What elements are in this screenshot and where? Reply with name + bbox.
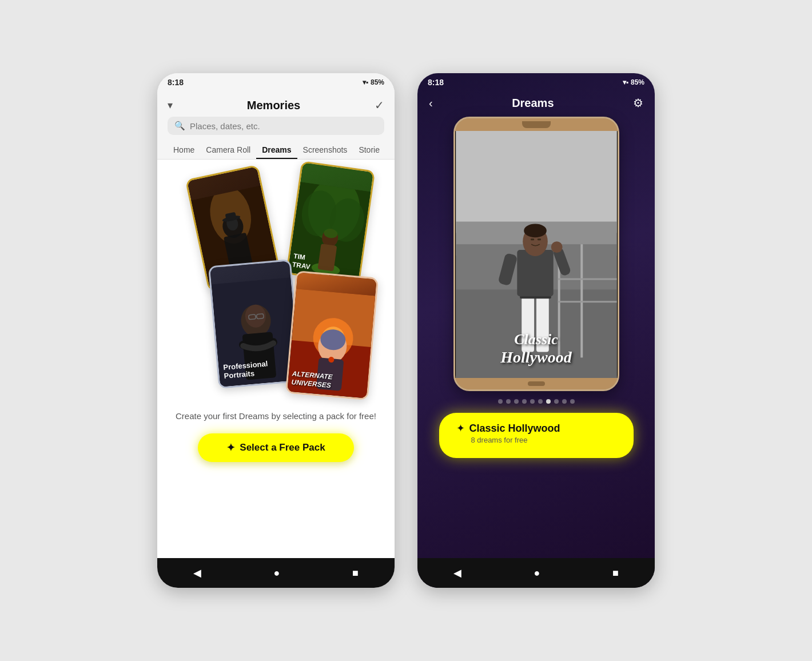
settings-icon[interactable]: ⚙	[633, 96, 643, 110]
phone-1: 8:18 ▾▪ 85% ▾ Memories ✓ 🔍 Home Camera R…	[157, 73, 395, 588]
tabs-row: Home Camera Roll Dreams Screenshots Stor…	[168, 141, 384, 159]
svg-rect-38	[558, 278, 616, 280]
inner-phone-body: Classic Hollywood	[453, 117, 619, 391]
dot-5[interactable]	[530, 399, 535, 404]
back-icon[interactable]: ‹	[429, 97, 433, 110]
search-bar[interactable]: 🔍	[168, 117, 384, 135]
nav-back-button-2[interactable]: ◀	[442, 562, 473, 584]
nav-home-button-2[interactable]: ●	[523, 563, 552, 584]
dot-10[interactable]	[570, 399, 575, 404]
check-icon[interactable]: ✓	[375, 98, 384, 112]
svg-rect-39	[558, 301, 616, 302]
card-2-label: TIMTRAV	[292, 252, 312, 271]
inner-phone-bottom	[455, 378, 618, 389]
inner-phone-top	[455, 118, 618, 131]
time-1: 8:18	[168, 78, 184, 87]
svg-rect-50	[537, 238, 540, 240]
inner-phone-frame: Classic Hollywood	[453, 117, 619, 391]
dream-card-alternate: ALTERNATEUNIVERSES	[285, 270, 378, 400]
classic-text: Classic	[461, 331, 612, 348]
time-2: 8:18	[428, 78, 444, 87]
phone-2: 8:18 ▾▪ 85% ‹ Dreams ⚙	[417, 73, 655, 588]
nav-home-button-1[interactable]: ●	[262, 563, 292, 584]
android-nav-bar-2: ◀ ● ■	[417, 558, 655, 588]
dreams-detail-title: Dreams	[512, 97, 554, 110]
dreams-detail-content: Classic Hollywood	[417, 117, 655, 558]
svg-rect-43	[517, 250, 553, 296]
nav-recent-button-2[interactable]: ■	[601, 563, 630, 584]
svg-rect-32	[456, 131, 616, 233]
select-free-pack-label: Select a Free Pack	[240, 442, 325, 453]
hollywood-text: Hollywood	[461, 348, 612, 367]
inner-phone-screen: Classic Hollywood	[455, 131, 618, 378]
chevron-down-icon[interactable]: ▾	[168, 99, 173, 112]
nav-recent-button-1[interactable]: ■	[341, 563, 370, 584]
status-bar-2: 8:18 ▾▪ 85%	[417, 73, 655, 91]
dot-8[interactable]	[554, 399, 559, 404]
wifi-icon: ▾▪	[363, 78, 368, 86]
dreams-content: feFa	[157, 160, 395, 558]
classic-hollywood-btn-subtitle: 8 dreams for free	[471, 436, 528, 444]
sparkle-icon: ✦	[226, 441, 235, 454]
dot-2[interactable]	[506, 399, 511, 404]
classic-hollywood-sparkle-icon: ✦	[456, 422, 465, 435]
svg-point-46	[551, 241, 562, 253]
classic-hollywood-btn-title: Classic Hollywood	[469, 423, 560, 435]
search-input[interactable]	[190, 121, 377, 131]
dream-card-time-travel: TIMTRAV	[285, 161, 375, 284]
dreams-detail-header: ‹ Dreams ⚙	[417, 91, 655, 117]
dot-6[interactable]	[538, 399, 543, 404]
tab-camera-roll[interactable]: Camera Roll	[200, 141, 256, 159]
camera-notch	[522, 121, 551, 128]
search-icon: 🔍	[174, 121, 185, 131]
memories-header: ▾ Memories ✓ 🔍 Home Camera Roll Dreams S…	[157, 91, 395, 160]
cards-illustration: feFa	[168, 160, 385, 400]
memories-title: Memories	[247, 99, 300, 112]
dot-3[interactable]	[514, 399, 519, 404]
select-free-pack-button[interactable]: ✦ Select a Free Pack	[198, 433, 353, 462]
inner-home-button	[528, 381, 545, 386]
svg-rect-49	[531, 238, 534, 240]
status-icons-1: ▾▪ 85%	[363, 78, 384, 86]
carousel-dots	[498, 399, 575, 404]
status-bar-1: 8:18 ▾▪ 85%	[157, 73, 395, 91]
nav-back-button-1[interactable]: ◀	[182, 562, 213, 584]
battery-2: 85%	[631, 78, 644, 86]
android-nav-bar-1: ◀ ● ■	[157, 558, 395, 588]
dot-1[interactable]	[498, 399, 503, 404]
dot-9[interactable]	[562, 399, 567, 404]
wifi-icon-2: ▾▪	[623, 78, 628, 86]
classic-hollywood-text-overlay: Classic Hollywood	[461, 331, 612, 367]
svg-point-48	[524, 224, 547, 237]
status-icons-2: ▾▪ 85%	[623, 78, 644, 86]
tab-screenshots[interactable]: Screenshots	[297, 141, 353, 159]
tab-stories[interactable]: Storie	[353, 141, 384, 159]
battery-1: 85%	[371, 78, 384, 86]
dot-7[interactable]	[546, 399, 551, 404]
dreams-description: Create your first Dreams by selecting a …	[176, 410, 376, 422]
tab-dreams[interactable]: Dreams	[256, 141, 297, 159]
dot-4[interactable]	[522, 399, 527, 404]
tab-home[interactable]: Home	[168, 141, 200, 159]
classic-hollywood-button[interactable]: ✦ Classic Hollywood 8 dreams for free	[439, 413, 634, 458]
